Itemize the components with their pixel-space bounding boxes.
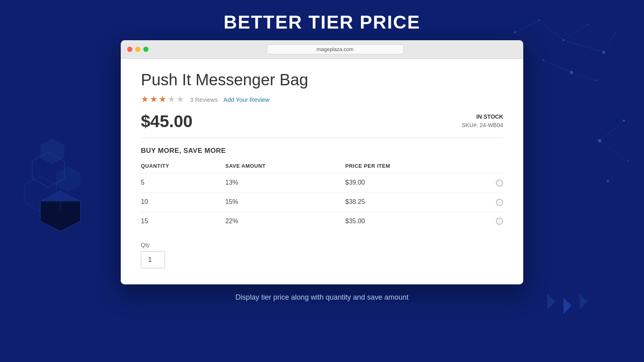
svg-line-9 xyxy=(515,20,539,32)
tier-quantity: 5 xyxy=(141,173,225,193)
svg-point-4 xyxy=(603,51,605,54)
tier-price: $39.00 xyxy=(345,173,479,193)
col-save-amount: SAVE AMOUNT xyxy=(225,161,345,173)
col-select xyxy=(479,161,503,173)
svg-point-0 xyxy=(514,31,516,33)
svg-marker-28 xyxy=(40,191,80,231)
star-3: ★ xyxy=(159,94,167,105)
qty-label: Qty xyxy=(141,242,503,248)
col-price-per-item: PRICE PER ITEM xyxy=(345,161,479,173)
tier-quantity: 15 xyxy=(141,212,225,230)
svg-marker-33 xyxy=(580,294,588,310)
svg-point-7 xyxy=(570,71,573,74)
table-row: 10 15% $38.25 xyxy=(141,192,503,212)
tier-price: $38.25 xyxy=(345,192,479,212)
svg-line-12 xyxy=(564,40,604,52)
svg-line-22 xyxy=(600,141,628,161)
tier-pricing-section: BUY MORE, SAVE MORE QUANTITY SAVE AMOUNT… xyxy=(141,147,503,230)
tier-select-cell[interactable] xyxy=(479,212,503,230)
svg-point-1 xyxy=(539,19,541,21)
star-rating: ★ ★ ★ ★ ★ xyxy=(141,94,184,105)
svg-line-21 xyxy=(600,121,624,141)
dot-red[interactable] xyxy=(127,47,132,52)
product-title: Push It Messenger Bag xyxy=(141,71,503,88)
tier-save-amount: 22% xyxy=(225,212,345,230)
svg-point-20 xyxy=(607,180,609,182)
svg-line-23 xyxy=(608,161,628,181)
star-5: ★ xyxy=(176,94,184,105)
svg-point-8 xyxy=(595,80,597,82)
address-bar[interactable]: mageplaza.com xyxy=(267,44,404,54)
svg-line-13 xyxy=(604,32,616,52)
tier-save-amount: 15% xyxy=(225,192,345,212)
tier-price: $35.00 xyxy=(345,212,479,230)
rating-row: ★ ★ ★ ★ ★ 3 Reviews Add Your Review xyxy=(141,94,503,105)
svg-marker-26 xyxy=(56,167,80,192)
svg-point-3 xyxy=(587,23,588,25)
price-row: $45.00 IN STOCK SKU#: 24-WB04 xyxy=(141,112,503,131)
svg-point-6 xyxy=(543,60,545,62)
tier-select-cell[interactable] xyxy=(479,173,503,193)
svg-point-5 xyxy=(615,31,617,33)
svg-point-2 xyxy=(562,39,565,41)
dot-yellow[interactable] xyxy=(135,47,140,52)
tier-quantity: 10 xyxy=(141,192,225,212)
svg-point-18 xyxy=(598,139,601,142)
tier-table: QUANTITY SAVE AMOUNT PRICE PER ITEM 5 13… xyxy=(141,161,503,230)
table-row: 5 13% $39.00 xyxy=(141,173,503,193)
qty-input[interactable] xyxy=(141,251,165,268)
browser-window: mageplaza.com Push It Messenger Bag ★ ★ … xyxy=(121,40,523,284)
star-4: ★ xyxy=(167,94,175,105)
svg-marker-27 xyxy=(24,176,56,212)
browser-content: Push It Messenger Bag ★ ★ ★ ★ ★ 3 Review… xyxy=(121,59,523,284)
svg-marker-24 xyxy=(32,152,64,187)
dot-green[interactable] xyxy=(143,47,149,52)
divider xyxy=(141,138,503,138)
tier-radio-2[interactable] xyxy=(496,218,503,225)
add-review-link[interactable]: Add Your Review xyxy=(223,96,269,103)
tier-save-amount: 13% xyxy=(225,173,345,193)
svg-point-17 xyxy=(623,119,625,122)
svg-marker-31 xyxy=(547,294,555,310)
svg-marker-29 xyxy=(40,191,80,201)
star-1: ★ xyxy=(141,94,149,105)
svg-line-15 xyxy=(572,72,596,80)
svg-line-11 xyxy=(564,24,588,40)
col-quantity: QUANTITY xyxy=(141,161,225,173)
tier-select-cell[interactable] xyxy=(479,192,503,212)
browser-chrome: mageplaza.com xyxy=(121,40,523,59)
product-price: $45.00 xyxy=(141,112,192,131)
svg-line-14 xyxy=(543,60,572,72)
svg-marker-32 xyxy=(564,298,572,314)
stock-status: IN STOCK xyxy=(462,113,503,120)
page-title: BETTER TIER PRICE xyxy=(224,11,421,33)
reviews-count: 3 Reviews xyxy=(190,96,218,103)
svg-point-19 xyxy=(627,160,629,162)
product-sku: SKU#: 24-WB04 xyxy=(462,122,503,128)
svg-marker-25 xyxy=(40,138,64,164)
browser-dots xyxy=(127,47,149,52)
tier-radio-1[interactable] xyxy=(496,199,503,206)
star-2: ★ xyxy=(150,94,158,105)
table-row: 15 22% $35.00 xyxy=(141,212,503,230)
tier-heading: BUY MORE, SAVE MORE xyxy=(141,147,503,155)
stock-info: IN STOCK SKU#: 24-WB04 xyxy=(462,112,503,129)
qty-section: Qty xyxy=(141,242,503,268)
bottom-caption: Display tier price along with quantity a… xyxy=(235,293,409,302)
tier-radio-0[interactable] xyxy=(496,179,503,187)
svg-line-10 xyxy=(539,20,564,40)
